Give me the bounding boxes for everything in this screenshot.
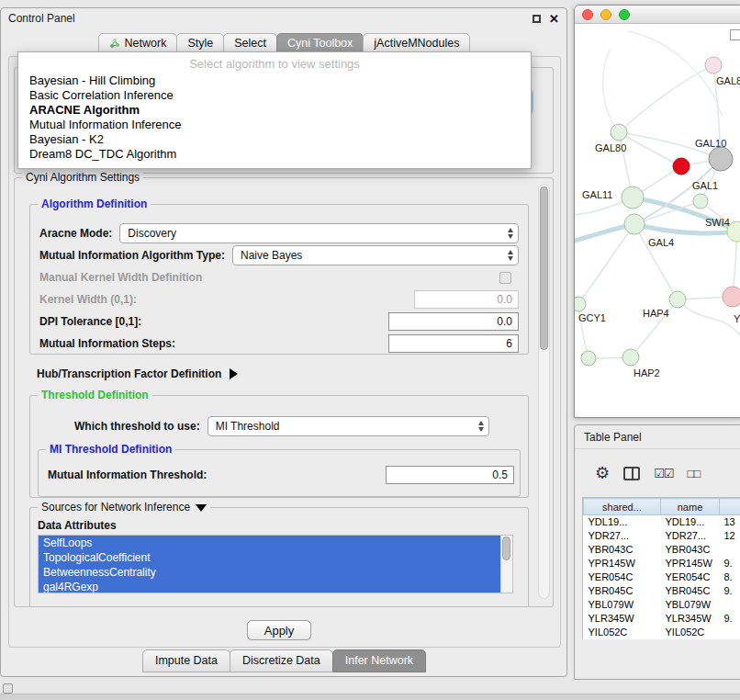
dropdown-item-basic-correlation-inference[interactable]: Basic Correlation Inference xyxy=(18,88,531,103)
mi-algorithm-type-row: Mutual Information Algorithm Type: Naive… xyxy=(39,245,519,265)
table-row[interactable]: YER054CYER054C8. xyxy=(584,570,740,584)
dpi-tolerance-field[interactable]: 0.0 xyxy=(388,312,519,331)
table-row[interactable]: YPR145WYPR145W9. xyxy=(584,557,740,570)
table-cell: YER054C xyxy=(661,570,720,584)
mi-threshold-definition-group: MI Threshold Definition Mutual Informati… xyxy=(38,449,521,497)
mi-algorithm-type-select[interactable]: Naive Bayes xyxy=(232,245,519,265)
which-threshold-select[interactable]: MI Threshold xyxy=(207,416,489,436)
network-node-gal11[interactable] xyxy=(622,186,644,209)
tab-infer-network[interactable]: Infer Network xyxy=(332,649,426,672)
manual-kernel-width-checkbox[interactable] xyxy=(499,272,511,284)
table-row[interactable]: YBR043CYBR043C xyxy=(584,543,740,557)
hub-definition-toggle[interactable]: Hub/Transcription Factor Definition xyxy=(37,367,238,380)
mi-steps-row: Mutual Information Steps: 6 xyxy=(39,333,519,354)
dropdown-item-bayesian-k2[interactable]: Bayesian - K2 xyxy=(18,132,531,147)
sources-group: Sources for Network Inference Data Attri… xyxy=(29,507,529,606)
minimized-panel-icon[interactable] xyxy=(3,683,13,694)
network-window-titlebar[interactable] xyxy=(575,6,740,24)
network-edge xyxy=(603,50,619,132)
minimize-window-icon[interactable] xyxy=(600,9,611,20)
table-row[interactable]: YDR27...YDR27...12 xyxy=(584,529,740,543)
dropdown-item-mutual-information-inference[interactable]: Mutual Information Inference xyxy=(18,118,531,132)
zoom-window-icon[interactable] xyxy=(619,9,630,20)
column-header[interactable]: name xyxy=(661,499,720,515)
apply-button[interactable]: Apply xyxy=(247,620,311,640)
table-cell xyxy=(720,626,740,639)
kernel-width-field[interactable]: 0.0 xyxy=(414,290,519,309)
sources-title: Sources for Network Inference xyxy=(41,501,190,514)
attributes-scrollbar[interactable] xyxy=(500,536,512,593)
node-label-y: Y xyxy=(734,313,740,324)
table-cell: YBR043C xyxy=(584,543,661,557)
network-node-gal4[interactable] xyxy=(624,214,645,234)
network-node-gal1[interactable] xyxy=(693,194,708,209)
float-panel-icon[interactable] xyxy=(533,15,541,23)
table-cell: YBR045C xyxy=(661,584,720,598)
table-cell: YBR045C xyxy=(584,584,661,598)
manual-kernel-width-label: Manual Kernel Width Definition xyxy=(39,271,202,284)
table-cell: 9. xyxy=(720,557,740,570)
node-label-gal11: GAL11 xyxy=(582,189,612,200)
column-header[interactable] xyxy=(720,499,740,515)
table-row[interactable]: YBL079WYBL079W xyxy=(584,598,740,612)
close-panel-icon[interactable]: ✕ xyxy=(549,13,559,25)
settings-scrollbar-thumb[interactable] xyxy=(540,186,548,350)
network-node-red-node[interactable] xyxy=(673,158,690,175)
mi-threshold-field[interactable]: 0.5 xyxy=(386,466,514,484)
attribute-item-topologicalcoefficient[interactable]: TopologicalCoefficient xyxy=(39,550,500,565)
aracne-mode-label: Aracne Mode: xyxy=(39,227,112,240)
network-node-gal8[interactable] xyxy=(705,57,722,73)
dropdown-item-bayesian-hill-climbing[interactable]: Bayesian - Hill Climbing xyxy=(18,73,531,88)
algorithm-dropdown-items: Bayesian - Hill ClimbingBasic Correlatio… xyxy=(18,73,531,162)
table-row[interactable]: YBR045CYBR045C9. xyxy=(584,584,740,598)
table-row[interactable]: YDL19...YDL19...13 xyxy=(584,515,740,529)
gear-icon[interactable]: ⚙ xyxy=(595,465,610,481)
table-cell: YLR345W xyxy=(584,612,661,626)
settings-scrollbar[interactable] xyxy=(538,184,550,599)
attribute-item-selfloops[interactable]: SelfLoops xyxy=(39,536,500,550)
sources-toggle[interactable]: Sources for Network Inference xyxy=(38,501,210,514)
tab-impute-data[interactable]: Impute Data xyxy=(142,649,230,672)
column-header[interactable]: shared... xyxy=(584,499,661,515)
table-cell: 8. xyxy=(720,570,740,584)
control-panel-titlebar: Control Panel ✕ xyxy=(1,8,566,28)
kernel-width-row: Kernel Width (0,1): 0.0 xyxy=(39,289,519,310)
attribute-item-gal4rgexp[interactable]: gal4RGexp xyxy=(39,580,500,593)
tab-discretize-data[interactable]: Discretize Data xyxy=(230,649,333,672)
attribute-item-betweennesscentrality[interactable]: BetweennessCentrality xyxy=(39,565,500,580)
aracne-mode-select[interactable]: Discovery xyxy=(119,223,519,243)
deselect-all-icon[interactable]: □□ xyxy=(687,467,700,480)
table-row[interactable]: YLR345WYLR345W9. xyxy=(584,612,740,626)
mi-steps-field[interactable]: 6 xyxy=(388,334,519,353)
network-edge xyxy=(628,31,722,116)
which-threshold-value: MI Threshold xyxy=(216,420,280,433)
which-threshold-row: Which threshold to use: MI Threshold xyxy=(74,416,489,436)
dropdown-item-aracne-algorithm[interactable]: ARACNE Algorithm xyxy=(18,103,531,118)
control-panel-title: Control Panel xyxy=(8,12,75,25)
network-node-gcy1[interactable] xyxy=(575,297,586,311)
network-node-hap4[interactable] xyxy=(669,291,686,308)
columns-icon[interactable] xyxy=(623,467,640,480)
table-header-row: shared...name xyxy=(584,499,740,515)
network-node-gal80[interactable] xyxy=(611,124,627,141)
table-cell: 13 xyxy=(720,515,740,529)
dropdown-item-dream8-dc-tdc-algorithm[interactable]: Dream8 DC_TDC Algorithm xyxy=(18,147,531,162)
network-node-gal10[interactable] xyxy=(709,147,733,171)
network-node-hap2[interactable] xyxy=(622,349,639,366)
network-canvas[interactable]: GAL8GAL80GAL10GAL11GAL1SWI4GAL4HAP4GCY1H… xyxy=(575,24,740,418)
combo-arrows-icon xyxy=(478,421,484,432)
network-node-pink-node[interactable] xyxy=(723,287,740,307)
table-cell: YDL19... xyxy=(661,515,720,529)
desktop: Control Panel ✕ NetworkStyleSelectCyni T… xyxy=(0,0,740,700)
close-window-icon[interactable] xyxy=(582,9,593,20)
select-all-icon[interactable]: ☑☑ xyxy=(654,467,673,480)
network-scroll-box[interactable] xyxy=(730,29,740,40)
table-cell: YDL19... xyxy=(584,515,661,529)
table-cell: YBR043C xyxy=(661,543,720,557)
network-icon xyxy=(109,38,120,49)
network-node-left-node[interactable] xyxy=(581,351,596,366)
which-threshold-label: Which threshold to use: xyxy=(74,420,200,433)
attributes-scrollbar-thumb[interactable] xyxy=(502,536,510,560)
combo-arrows-icon xyxy=(508,250,513,261)
table-row[interactable]: YIL052CYIL052C xyxy=(584,626,740,639)
